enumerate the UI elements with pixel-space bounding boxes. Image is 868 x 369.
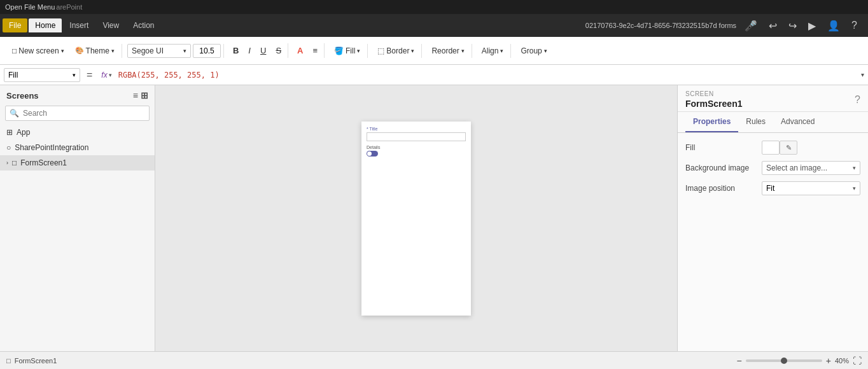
- action-menu[interactable]: Action: [127, 18, 160, 32]
- grid-view-icon[interactable]: ⊞: [141, 90, 148, 101]
- equals-sign: =: [84, 69, 95, 81]
- title-bar-sharepoint: arePoint: [56, 3, 82, 11]
- fill-edit-button[interactable]: ✎: [780, 141, 797, 155]
- reorder-button[interactable]: Reorder ▾: [427, 44, 468, 58]
- border-button[interactable]: ⬚ Border ▾: [373, 44, 419, 58]
- strikethrough-button[interactable]: S: [272, 43, 285, 58]
- menu-bar-right: 02170763-9e2c-4d71-8656-7f3232515b7d for…: [585, 18, 865, 33]
- formula-bar: Fill ▾ = fx ▾ ▾: [0, 65, 868, 85]
- text-color-group: A ≡: [291, 43, 325, 58]
- screens-title: Screens: [6, 91, 39, 101]
- screen-name: FormScreen1: [685, 99, 742, 109]
- file-menu[interactable]: File: [3, 18, 27, 32]
- main-layout: Screens ≡ ⊞ 🔍 ⊞ App ○ SharePointIntegrat…: [0, 85, 868, 351]
- font-name-dropdown[interactable]: Segoe UI ▾: [127, 44, 191, 58]
- group-button[interactable]: Group ▾: [516, 44, 551, 58]
- image-position-label: Image position: [685, 184, 762, 193]
- list-view-icon[interactable]: ≡: [133, 90, 138, 101]
- fill-chevron-icon: ▾: [357, 48, 360, 54]
- status-screen-name: FormScreen1: [15, 357, 57, 365]
- canvas-content: * Title Details: [361, 122, 471, 162]
- border-chevron-icon: ▾: [411, 48, 414, 54]
- redo-icon[interactable]: ↪: [785, 18, 800, 33]
- bold-button[interactable]: B: [229, 43, 242, 58]
- formscreen1-label: FormScreen1: [20, 158, 67, 167]
- fill-property-row: Fill ✎: [685, 141, 860, 155]
- background-image-row: Background image Select an image... ▾: [685, 161, 860, 175]
- theme-chevron-icon: ▾: [111, 48, 115, 54]
- image-position-dropdown[interactable]: Fit ▾: [762, 181, 860, 195]
- screen-rect-icon: □: [12, 158, 17, 167]
- fill-button[interactable]: 🪣 Fill ▾: [330, 44, 365, 58]
- position-dropdown-chevron-icon: ▾: [853, 185, 856, 191]
- formula-input[interactable]: [118, 71, 857, 80]
- sidebar-item-sharepoint[interactable]: ○ SharePointIntegration: [0, 140, 155, 155]
- sharepoint-label: SharePointIntegration: [15, 143, 88, 152]
- new-screen-icon: □: [12, 46, 17, 55]
- formula-expand-icon[interactable]: ▾: [861, 71, 864, 78]
- form-title-input[interactable]: [367, 132, 466, 141]
- user-icon[interactable]: 👤: [824, 18, 843, 33]
- form-details-label: Details: [367, 145, 466, 150]
- text-color-button[interactable]: A: [293, 43, 307, 58]
- insert-menu[interactable]: Insert: [63, 18, 95, 32]
- image-position-row: Image position Fit ▾: [685, 181, 860, 195]
- right-panel: SCREEN FormScreen1 ? Properties Rules Ad…: [677, 85, 868, 351]
- new-screen-button[interactable]: □ New screen ▾: [8, 44, 69, 58]
- app-icon: ⊞: [6, 128, 13, 137]
- background-image-dropdown[interactable]: Select an image... ▾: [762, 161, 860, 175]
- help-icon[interactable]: ?: [848, 18, 860, 32]
- new-screen-chevron-icon: ▾: [61, 48, 64, 54]
- align-text-button[interactable]: ≡: [309, 43, 321, 58]
- view-menu[interactable]: View: [96, 18, 125, 32]
- status-screen-icon: □: [6, 357, 11, 365]
- form-toggle[interactable]: [367, 151, 378, 157]
- mic-icon[interactable]: 🎤: [741, 18, 760, 33]
- underline-button[interactable]: U: [256, 43, 270, 58]
- screen-group: □ New screen ▾ 🎨 Theme ▾: [5, 44, 122, 58]
- fx-icon: fx: [101, 71, 107, 80]
- play-icon[interactable]: ▶: [805, 18, 819, 33]
- home-menu[interactable]: Home: [29, 18, 62, 32]
- screens-header: Screens ≡ ⊞: [0, 85, 155, 106]
- align-group: Align ▾: [475, 44, 512, 58]
- search-input[interactable]: [23, 109, 145, 118]
- property-dropdown[interactable]: Fill ▾: [4, 68, 80, 82]
- title-bar-text[interactable]: Open File Menu: [5, 3, 55, 11]
- border-group: ⬚ Border ▾: [370, 44, 422, 58]
- search-box: 🔍: [5, 106, 150, 121]
- ribbon: □ New screen ▾ 🎨 Theme ▾ Segoe UI ▾ B I …: [0, 37, 868, 65]
- sidebar-item-formscreen1[interactable]: › □ FormScreen1: [0, 155, 155, 171]
- sharepoint-icon: ○: [6, 143, 11, 152]
- right-panel-header: SCREEN FormScreen1 ?: [678, 85, 868, 112]
- fill-color-swatch[interactable]: [762, 141, 780, 155]
- undo-icon[interactable]: ↩: [766, 18, 780, 33]
- sidebar-item-app[interactable]: ⊞ App: [0, 125, 155, 140]
- tab-advanced[interactable]: Advanced: [773, 112, 822, 132]
- canvas-area: * Title Details: [155, 85, 677, 351]
- fx-button[interactable]: fx ▾: [99, 69, 114, 81]
- font-size-input[interactable]: [193, 44, 221, 58]
- search-icon: 🔍: [10, 109, 19, 118]
- expand-icon[interactable]: ⛶: [853, 356, 862, 366]
- italic-button[interactable]: I: [244, 43, 255, 58]
- app-label: App: [17, 128, 30, 137]
- fill-value: ✎: [762, 141, 860, 155]
- align-button[interactable]: Align ▾: [477, 44, 508, 58]
- status-bar: □ FormScreen1 − + 40% ⛶: [0, 351, 868, 369]
- theme-button[interactable]: 🎨 Theme ▾: [71, 44, 119, 58]
- group-group: Group ▾: [514, 44, 554, 58]
- border-icon: ⬚: [377, 46, 384, 55]
- tab-properties[interactable]: Properties: [685, 112, 738, 132]
- zoom-minus-button[interactable]: −: [737, 356, 742, 366]
- background-image-value: Select an image... ▾: [762, 161, 860, 175]
- section-label: SCREEN: [685, 90, 742, 97]
- property-chevron-icon: ▾: [73, 72, 76, 78]
- tab-rules[interactable]: Rules: [738, 112, 773, 132]
- fill-group: 🪣 Fill ▾: [327, 44, 368, 58]
- menu-bar: File Home Insert View Action 02170763-9e…: [0, 14, 868, 37]
- help-circle-icon[interactable]: ?: [855, 94, 860, 106]
- zoom-plus-button[interactable]: +: [826, 356, 831, 366]
- zoom-slider[interactable]: [746, 359, 822, 362]
- fill-icon: 🪣: [334, 46, 344, 55]
